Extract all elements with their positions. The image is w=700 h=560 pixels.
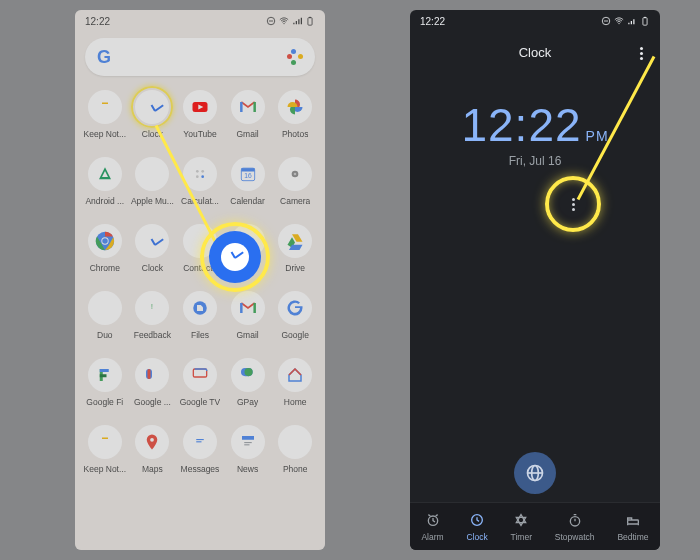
tab-label: Alarm [421,532,443,542]
app-label: Android ... [85,196,124,206]
app-google[interactable]: Google [271,291,319,340]
tab-clock[interactable]: Clock [466,512,487,542]
signal-icon [627,16,637,26]
assistant-icon[interactable] [287,49,303,65]
app-clock[interactable]: Clock [129,90,177,139]
status-icons [601,16,650,26]
app-label: Keep Not... [84,129,127,139]
app-gmail[interactable]: Gmail [224,90,272,139]
app-label: Clock [142,129,163,139]
svg-text:!: ! [151,303,153,310]
app-google-fi[interactable]: Google Fi [81,358,129,407]
svg-rect-4 [309,17,311,18]
bottom-tab-bar: AlarmClockTimerStopwatchBedtime [410,502,660,550]
tab-timer[interactable]: Timer [511,512,532,542]
app-grid: Keep Not...ClockYouTubeGmailPhotosAndroi… [75,86,325,474]
gpay-icon [231,358,265,392]
tab-label: Timer [511,532,532,542]
app-label: Google [281,330,308,340]
google-icon [278,291,312,325]
app-duo[interactable]: Duo [81,291,129,340]
overflow-menu-button[interactable] [630,42,652,64]
svg-rect-5 [100,100,111,114]
tab-stopwatch[interactable]: Stopwatch [555,512,595,542]
svg-point-9 [201,170,204,173]
app-label: Gmail [236,330,258,340]
app-keep[interactable]: Keep Not... [81,90,129,139]
app-label: Calendar [230,196,265,206]
calculator-icon [183,157,217,191]
clock-icon [135,90,169,124]
app-drive[interactable]: Drive [271,224,319,273]
svg-rect-22 [242,236,247,237]
search-bar[interactable]: G [85,38,315,76]
status-time: 12:22 [420,16,445,27]
app-label: Docs [238,263,257,273]
app-keep2[interactable]: Keep Not... [81,425,129,474]
timer-icon [513,512,529,530]
gmail2-icon [231,291,265,325]
app-label: Keep Not... [84,464,127,474]
app-header: Clock [410,32,660,72]
app-label: Drive [285,263,305,273]
svg-rect-57 [628,520,639,524]
app-camera[interactable]: Camera [271,157,319,206]
app-label: Phone [283,464,308,474]
app-label: Google Fi [86,397,123,407]
app-google-one[interactable]: Google ... [129,358,177,407]
svg-rect-34 [193,369,206,377]
app-label: News [237,464,258,474]
bedtime-icon [625,512,641,530]
apple-music-icon [135,157,169,191]
svg-rect-40 [196,439,204,440]
clock2-icon [135,224,169,258]
app-news[interactable]: News [224,425,272,474]
app-feedback[interactable]: !Feedback [129,291,177,340]
svg-point-11 [201,175,204,178]
feedback-icon: ! [135,291,169,325]
app-files[interactable]: Files [176,291,224,340]
phone-clock-app: 12:22 Clock 12:22 PM Fri, Jul 16 AlarmCl… [410,10,660,550]
status-time: 12:22 [85,16,110,27]
globe-icon [525,463,545,483]
tab-alarm[interactable]: Alarm [421,512,443,542]
app-youtube[interactable]: YouTube [176,90,224,139]
maps-icon [135,425,169,459]
app-photos[interactable]: Photos [271,90,319,139]
tab-bedtime[interactable]: Bedtime [617,512,648,542]
app-android-auto[interactable]: Android ... [81,157,129,206]
app-home[interactable]: Home [271,358,319,407]
battery-icon [640,16,650,26]
app-gmail2[interactable]: Gmail [224,291,272,340]
app-messages[interactable]: Messages [176,425,224,474]
phone-app-drawer: 12:22 G Keep Not...ClockYouTubeGmailPhot… [75,10,325,550]
header-title: Clock [519,45,552,60]
svg-rect-37 [100,435,111,449]
add-world-clock-fab[interactable] [514,452,556,494]
google-logo-icon: G [97,47,111,68]
app-apple-music[interactable]: Apple Mu... [129,157,177,206]
photos-icon [278,90,312,124]
battery-icon [305,16,315,26]
alarm-icon [425,512,441,530]
app-docs[interactable]: Docs [224,224,272,273]
duo-icon [88,291,122,325]
files-icon [183,291,217,325]
app-label: Messages [181,464,220,474]
app-gpay[interactable]: GPay [224,358,272,407]
svg-rect-30 [100,374,107,377]
app-google-tv[interactable]: Google TV [176,358,224,407]
svg-rect-13 [241,168,254,171]
android-auto-icon [88,157,122,191]
keep-icon [88,90,122,124]
app-maps[interactable]: Maps [129,425,177,474]
app-phone[interactable]: Phone [271,425,319,474]
app-contacts[interactable]: Contacts [176,224,224,273]
app-calculator[interactable]: Calculat... [176,157,224,206]
svg-rect-25 [99,304,107,312]
app-clock2[interactable]: Clock [129,224,177,273]
chrome-icon [88,224,122,258]
app-calendar[interactable]: 16Calendar [224,157,272,206]
app-chrome[interactable]: Chrome [81,224,129,273]
svg-rect-49 [643,18,647,26]
